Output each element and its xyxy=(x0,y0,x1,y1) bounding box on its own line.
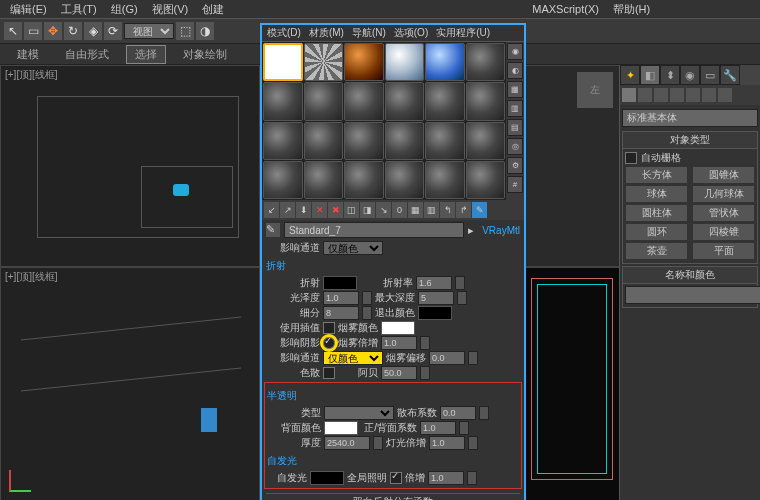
shapes-icon[interactable] xyxy=(638,88,652,102)
tab-motion-icon[interactable]: ◉ xyxy=(680,65,700,85)
lightmul-spinner[interactable]: 1.0 xyxy=(429,436,465,450)
link-icon[interactable]: ⟳ xyxy=(104,22,122,40)
menu-maxscript[interactable]: MAXScript(X) xyxy=(526,3,605,15)
move-icon[interactable]: ✥ xyxy=(44,22,62,40)
sample-uv-icon[interactable]: ▥ xyxy=(507,100,523,117)
menu-help[interactable]: 帮助(H) xyxy=(607,2,656,17)
material-slot[interactable] xyxy=(425,161,465,199)
camera-icon[interactable] xyxy=(173,184,189,196)
material-id-icon[interactable]: # xyxy=(507,176,523,193)
tab-freeform[interactable]: 自由形式 xyxy=(56,45,118,64)
refract-affect-select[interactable]: 仅颜色 xyxy=(323,351,383,365)
geometry-icon[interactable] xyxy=(622,88,636,102)
torus-button[interactable]: 圆环 xyxy=(625,223,688,241)
primitive-type-dropdown[interactable]: 标准基本体 xyxy=(622,109,758,127)
viewport-left[interactable]: 左 xyxy=(522,65,620,267)
tab-modeling[interactable]: 建模 xyxy=(8,45,48,64)
rotate-icon[interactable]: ↻ xyxy=(64,22,82,40)
video-check-icon[interactable]: ▤ xyxy=(507,119,523,136)
material-slot[interactable] xyxy=(385,122,425,160)
cursor-icon[interactable]: ↖ xyxy=(4,22,22,40)
show-end-icon[interactable]: ▥ xyxy=(424,202,439,218)
material-slot[interactable] xyxy=(466,161,506,199)
menu-edit[interactable]: 编辑(E) xyxy=(4,2,53,17)
systems-icon[interactable] xyxy=(718,88,732,102)
viewport-top[interactable]: [+][顶][线框] xyxy=(0,65,260,267)
tab-selection[interactable]: 选择 xyxy=(126,45,166,64)
refract-color-swatch[interactable] xyxy=(323,276,357,290)
material-slot[interactable] xyxy=(344,82,384,120)
show-map-icon[interactable]: ▦ xyxy=(408,202,423,218)
material-slot[interactable] xyxy=(344,161,384,199)
material-slot[interactable] xyxy=(344,122,384,160)
backlight-icon[interactable]: ◐ xyxy=(507,62,523,79)
menu-group[interactable]: 组(G) xyxy=(105,2,144,17)
material-slot[interactable] xyxy=(466,122,506,160)
me-menu-options[interactable]: 选项(O) xyxy=(391,26,431,40)
me-menu-nav[interactable]: 导航(N) xyxy=(349,26,389,40)
tab-utilities-icon[interactable]: 🔧 xyxy=(720,65,740,85)
material-slot-4[interactable] xyxy=(425,43,465,81)
fog-color-swatch[interactable] xyxy=(381,321,415,335)
menu-views[interactable]: 视图(V) xyxy=(146,2,195,17)
lights-icon[interactable] xyxy=(654,88,668,102)
brdf-rollup[interactable]: 双向反射分布函数 xyxy=(266,493,520,500)
preview-icon[interactable]: ◎ xyxy=(507,138,523,155)
teapot-icon[interactable] xyxy=(201,408,217,432)
subdiv-spinner[interactable]: 8 xyxy=(323,306,359,320)
menu-create[interactable]: 创建 xyxy=(196,2,230,17)
cylinder-button[interactable]: 圆柱体 xyxy=(625,204,688,222)
tab-hierarchy-icon[interactable]: ⬍ xyxy=(660,65,680,85)
snap-icon[interactable]: ⬚ xyxy=(176,22,194,40)
autogrid-checkbox[interactable] xyxy=(625,152,637,164)
fogbias-spinner[interactable]: 0.0 xyxy=(429,351,465,365)
material-effects-icon[interactable]: 0 xyxy=(392,202,407,218)
put-to-scene-icon[interactable]: ↗ xyxy=(280,202,295,218)
viewport-front[interactable]: [+][顶][线框] xyxy=(0,267,260,500)
material-slot[interactable] xyxy=(263,161,303,199)
back-color-swatch[interactable] xyxy=(324,421,358,435)
sphere-button[interactable]: 球体 xyxy=(625,185,688,203)
gi-checkbox[interactable] xyxy=(390,472,402,484)
material-slot[interactable] xyxy=(304,82,344,120)
background-icon[interactable]: ▦ xyxy=(507,81,523,98)
material-slot[interactable] xyxy=(263,82,303,120)
abbe-spinner[interactable]: 50.0 xyxy=(381,366,417,380)
tab-modify-icon[interactable]: ◧ xyxy=(640,65,660,85)
make-unique-icon[interactable]: ◨ xyxy=(360,202,375,218)
space-warps-icon[interactable] xyxy=(702,88,716,102)
sample-type-icon[interactable]: ◉ xyxy=(507,43,523,60)
go-forward-icon[interactable]: ↱ xyxy=(456,202,471,218)
material-slot[interactable] xyxy=(466,82,506,120)
material-slot[interactable] xyxy=(425,122,465,160)
helpers-icon[interactable] xyxy=(686,88,700,102)
spinner-icon[interactable]: ▸ xyxy=(468,224,478,237)
select-icon[interactable]: ▭ xyxy=(24,22,42,40)
material-slot-0[interactable] xyxy=(263,43,303,81)
gloss-spinner[interactable]: 1.0 xyxy=(323,291,359,305)
me-menu-material[interactable]: 材质(M) xyxy=(306,26,347,40)
geosphere-button[interactable]: 几何球体 xyxy=(692,185,755,203)
eyedropper-icon[interactable]: ✎ xyxy=(266,223,280,237)
material-slot[interactable] xyxy=(385,161,425,199)
viewport-persp[interactable] xyxy=(522,267,620,500)
material-slot[interactable] xyxy=(385,82,425,120)
tab-display-icon[interactable]: ▭ xyxy=(700,65,720,85)
self-illum-swatch[interactable] xyxy=(310,471,344,485)
mirror-icon[interactable]: ◑ xyxy=(196,22,214,40)
dispersion-checkbox[interactable] xyxy=(323,367,335,379)
pyramid-button[interactable]: 四棱锥 xyxy=(692,223,755,241)
me-menu-mode[interactable]: 模式(D) xyxy=(264,26,304,40)
plane-button[interactable]: 平面 xyxy=(692,242,755,260)
interp-checkbox[interactable] xyxy=(323,322,335,334)
tube-button[interactable]: 管状体 xyxy=(692,204,755,222)
viewport-dropdown[interactable]: 视图 xyxy=(124,23,174,39)
scatter-spinner[interactable]: 0.0 xyxy=(440,406,476,420)
pick-icon[interactable]: ✎ xyxy=(472,202,487,218)
teapot-button[interactable]: 茶壶 xyxy=(625,242,688,260)
reset-icon[interactable]: ✕ xyxy=(312,202,327,218)
assign-icon[interactable]: ⬇ xyxy=(296,202,311,218)
fb-spinner[interactable]: 1.0 xyxy=(420,421,456,435)
material-slot[interactable] xyxy=(425,82,465,120)
make-copy-icon[interactable]: ◫ xyxy=(344,202,359,218)
